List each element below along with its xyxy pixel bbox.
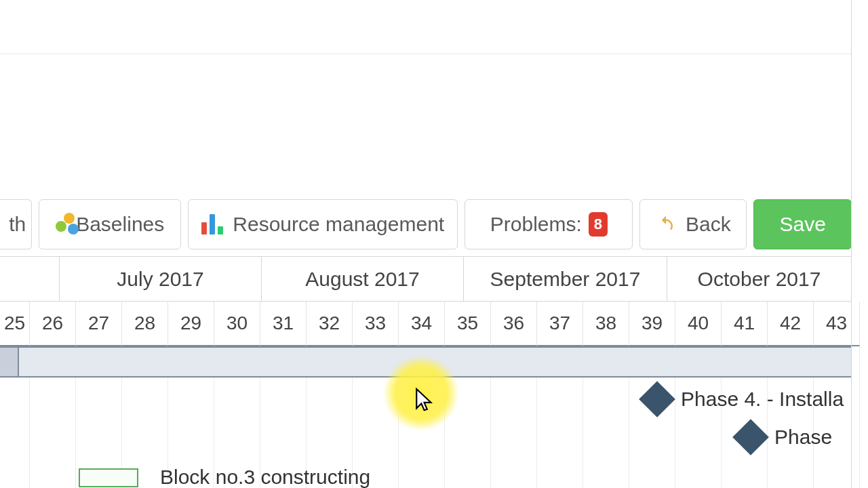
task-row-1: Block no.3 constructing: [0, 456, 852, 488]
summary-bar[interactable]: [0, 346, 852, 378]
week-header: 35: [445, 302, 491, 346]
task-1-label: Block no.3 constructing: [160, 466, 370, 488]
week-header: 26: [30, 302, 76, 346]
month-header: October 2017: [667, 257, 852, 302]
gantt-task-bar[interactable]: [79, 468, 138, 487]
week-header: 39: [629, 302, 675, 346]
week-header: 42: [768, 302, 814, 346]
weeks-row: 25262728293031323334353637383940414243: [0, 302, 852, 346]
milestone-1-label: Phase 4. - Installa: [681, 388, 844, 411]
week-header: 29: [168, 302, 214, 346]
baselines-button[interactable]: Baselines: [39, 199, 181, 249]
week-header: 28: [122, 302, 168, 346]
milestone-diamond-icon[interactable]: [732, 419, 769, 455]
milestone-row-2: Phase: [0, 418, 852, 456]
month-header: July 2017: [60, 257, 262, 302]
timeline: July 2017August 2017September 2017Octobe…: [0, 256, 852, 488]
week-header: 31: [260, 302, 307, 346]
gantt-chart-area[interactable]: Phase 4. - Installa Phase Block no.3 con…: [0, 346, 852, 488]
problems-badge: 8: [589, 212, 608, 237]
week-header: 36: [491, 302, 537, 346]
week-header: 38: [583, 302, 629, 346]
month-header: [0, 257, 60, 302]
viewport-right-border: [851, 0, 852, 488]
save-label: Save: [779, 213, 825, 236]
week-header: 41: [722, 302, 768, 346]
header-blank: [0, 0, 852, 54]
resource-management-label: Resource management: [233, 213, 444, 236]
truncated-button-label: th: [9, 213, 26, 236]
back-label: Back: [686, 213, 731, 236]
week-header: 37: [537, 302, 583, 346]
resource-management-button[interactable]: Resource management: [188, 199, 458, 249]
summary-bar-segment[interactable]: [0, 346, 19, 378]
month-header: August 2017: [262, 257, 464, 302]
week-header: 32: [307, 302, 353, 346]
back-button[interactable]: Back: [639, 199, 747, 249]
milestone-row-1: Phase 4. - Installa: [0, 380, 852, 418]
truncated-button-left[interactable]: th: [0, 199, 32, 249]
baselines-icon: [56, 213, 66, 236]
month-header: September 2017: [464, 257, 667, 302]
months-row: July 2017August 2017September 2017Octobe…: [0, 257, 852, 302]
milestone-2-label: Phase: [774, 426, 832, 449]
save-button[interactable]: Save: [753, 199, 852, 249]
undo-icon: [656, 214, 676, 235]
week-header: 25: [0, 302, 30, 346]
problems-button[interactable]: Problems: 8: [465, 199, 633, 249]
baselines-label: Baselines: [76, 213, 164, 236]
week-header: 30: [214, 302, 260, 346]
week-header: 27: [76, 302, 122, 346]
problems-label: Problems:: [490, 213, 582, 236]
milestone-diamond-icon[interactable]: [639, 381, 675, 418]
barchart-icon: [201, 214, 223, 235]
week-header: 34: [399, 302, 445, 346]
week-header: 43: [814, 302, 860, 346]
week-header: 40: [675, 302, 722, 346]
toolbar: th Baselines Resource management Problem…: [0, 199, 852, 249]
week-header: 33: [353, 302, 399, 346]
